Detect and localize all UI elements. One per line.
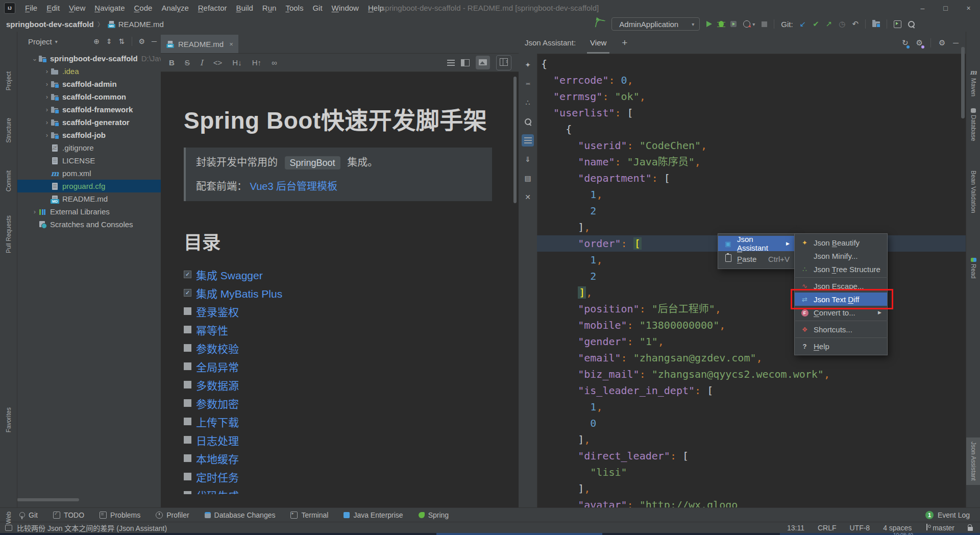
checkbox-unchecked-icon[interactable] — [184, 491, 191, 494]
cursor-position[interactable]: 13:11 — [787, 524, 804, 532]
checkbox-unchecked-icon[interactable] — [184, 381, 191, 388]
horizontal-scrollbar[interactable] — [17, 498, 79, 501]
checklist-item[interactable]: 参数加密 — [184, 394, 498, 412]
toolwindow-button-java-enterprise[interactable]: Java Enterprise — [344, 511, 403, 519]
stripe-item-favorites[interactable]: Favorites — [0, 407, 17, 432]
line-ending-indicator[interactable]: CRLF — [818, 524, 837, 532]
bold-icon[interactable]: B — [169, 58, 175, 67]
checkbox-unchecked-icon[interactable] — [184, 473, 191, 480]
chevron-right-icon[interactable]: › — [31, 208, 38, 215]
tab-readme[interactable]: MD README.md × — [161, 35, 238, 53]
tree-item-proguard.cfg[interactable]: proguard.cfg — [17, 180, 161, 192]
project-view-select[interactable]: Project ▾ — [28, 37, 58, 46]
beautify-icon[interactable]: ✦ — [522, 59, 534, 71]
stripe-item-project[interactable]: Project — [0, 71, 17, 90]
menu-analyze[interactable]: Analyze — [157, 0, 193, 16]
git-branch[interactable]: master — [925, 524, 954, 532]
menu-code[interactable]: Code — [130, 0, 157, 16]
header-down-icon[interactable]: H↓ — [232, 58, 241, 67]
tree-item-pom.xml[interactable]: mpom.xml — [17, 167, 161, 180]
toc-link[interactable]: 日志处理 — [196, 432, 239, 448]
checklist-item[interactable]: 日志处理 — [184, 431, 498, 449]
tree-item-scaffold-job[interactable]: ›scaffold-job — [17, 129, 161, 141]
checklist-item[interactable]: 上传下载 — [184, 412, 498, 431]
toc-link[interactable]: 登录鉴权 — [196, 304, 239, 319]
history-settings-icon[interactable]: ↻ — [902, 38, 909, 47]
italic-icon[interactable]: I — [200, 58, 203, 67]
indent-indicator[interactable]: 4 spaces — [883, 524, 912, 532]
stripe-item-database[interactable]: Database — [966, 108, 980, 141]
toc-link[interactable]: 集成 MyBatis Plus — [196, 285, 282, 301]
checklist-item[interactable]: 幂等性 — [184, 321, 498, 339]
expand-all-icon[interactable]: ⇕ — [106, 37, 112, 45]
toc-link[interactable]: 多数据源 — [196, 377, 239, 393]
collapse-all-icon[interactable]: ⇅ — [119, 37, 125, 45]
chevron-right-icon[interactable]: › — [43, 118, 51, 126]
git-commit-icon[interactable]: ✔ — [813, 20, 819, 28]
checklist-item[interactable]: 定时任务 — [184, 468, 498, 486]
link-icon[interactable]: ∞ — [272, 58, 277, 67]
checkbox-unchecked-icon[interactable] — [184, 362, 191, 370]
menu-navigate[interactable]: Navigate — [90, 0, 129, 16]
close-tab-icon[interactable]: × — [229, 40, 233, 48]
toc-link[interactable]: 全局异常 — [196, 359, 239, 374]
header-up-icon[interactable]: H↑ — [252, 58, 261, 67]
toolwindow-button-terminal[interactable]: Terminal — [290, 511, 328, 519]
debug-button[interactable] — [719, 21, 724, 27]
toc-link[interactable]: 上传下载 — [196, 414, 239, 429]
toc-link[interactable]: 集成 Swagger — [196, 267, 263, 282]
gear-icon[interactable]: ⚙ — [139, 37, 145, 45]
project-structure-icon[interactable] — [872, 21, 880, 27]
checkbox-checked-icon[interactable]: ✓ — [184, 289, 191, 297]
breadcrumb-project[interactable]: springboot-dev-scaffold — [6, 20, 94, 29]
checklist-item[interactable]: 参数校验 — [184, 339, 498, 357]
stripe-item-pull-requests[interactable]: Pull Requests — [0, 215, 17, 253]
checkbox-unchecked-icon[interactable] — [184, 326, 191, 333]
stripe-item-maven[interactable]: mMaven — [966, 68, 980, 96]
checklist-item[interactable]: 本地缓存 — [184, 449, 498, 468]
format-icon[interactable] — [522, 134, 534, 147]
save-icon[interactable]: ▤ — [522, 172, 534, 184]
menu-tools[interactable]: Tools — [281, 0, 308, 16]
toolwindow-button-problems[interactable]: Problems — [100, 511, 140, 519]
minimize-icon[interactable]: – — [911, 0, 934, 16]
menu-item-json-tree-structure[interactable]: ∴Json Tree Structure — [795, 262, 887, 276]
json-editor[interactable]: { "errcode": 0, "errmsg": "ok", "userlis… — [537, 54, 966, 507]
checkbox-unchecked-icon[interactable] — [184, 436, 191, 444]
tree-item-license[interactable]: LICENSE — [17, 154, 161, 167]
import-icon[interactable]: ⇓ — [522, 153, 534, 165]
stripe-item-json-assistant[interactable]: Json Assistant — [966, 437, 980, 485]
chevron-down-icon[interactable]: ⌄ — [31, 55, 38, 62]
tree-item-scaffold-common[interactable]: ›scaffold-common — [17, 90, 161, 103]
tree-item-readme.md[interactable]: MDREADME.md — [17, 192, 161, 205]
tree-item-scaffold-framework[interactable]: ›scaffold-framework — [17, 103, 161, 116]
run-button[interactable] — [706, 21, 712, 27]
menu-git[interactable]: Git — [308, 0, 327, 16]
menu-item-json-beautify[interactable]: ✦Json Beautify — [795, 236, 887, 249]
chevron-right-icon[interactable]: › — [43, 67, 51, 75]
checklist-item[interactable]: ✓集成 Swagger — [184, 265, 498, 284]
toolwindow-button-database-changes[interactable]: Database Changes — [205, 511, 276, 519]
stripe-item-commit[interactable]: Commit — [0, 171, 17, 191]
event-log-button[interactable]: 1Event Log — [925, 511, 970, 519]
preview-only-view-icon[interactable] — [476, 56, 490, 69]
menu-item-json-minify-[interactable]: Json Minify... — [795, 249, 887, 262]
search-everywhere-icon[interactable] — [908, 21, 915, 28]
hide-panel-icon[interactable]: ─ — [953, 38, 959, 47]
search-icon[interactable] — [522, 115, 534, 128]
menu-edit[interactable]: Edit — [42, 0, 64, 16]
checklist-item[interactable]: 多数据源 — [184, 376, 498, 394]
checkbox-unchecked-icon[interactable] — [184, 454, 191, 462]
checkbox-unchecked-icon[interactable] — [184, 344, 191, 352]
menu-run[interactable]: Run — [258, 0, 281, 16]
auto-scroll-icon[interactable] — [496, 55, 511, 70]
checkbox-unchecked-icon[interactable] — [184, 307, 191, 315]
tree-item-scratches-and-consoles[interactable]: Scratches and Consoles — [17, 218, 161, 231]
maximize-icon[interactable]: □ — [934, 0, 957, 16]
tree-item-scaffold-generator[interactable]: ›scaffold-generator — [17, 116, 161, 129]
menu-item-help[interactable]: ?Help — [795, 339, 887, 353]
plugin-settings-icon[interactable]: ⚙ — [916, 38, 922, 47]
close-icon[interactable]: × — [957, 0, 980, 16]
menu-item-shortcuts-[interactable]: ❖Shortcuts... — [795, 323, 887, 336]
chevron-right-icon[interactable]: › — [43, 106, 51, 113]
